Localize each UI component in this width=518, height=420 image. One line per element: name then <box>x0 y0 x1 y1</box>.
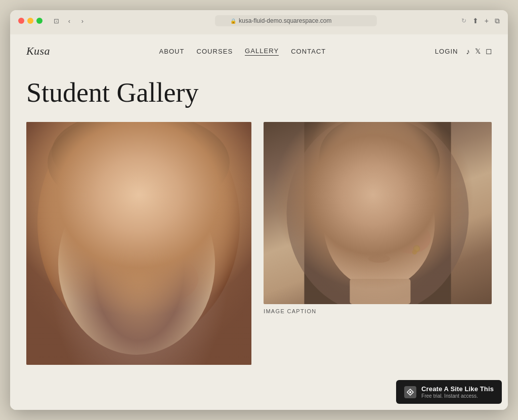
svg-point-7 <box>115 249 138 263</box>
social-icons: ♪ 𝕏 ◻ <box>466 47 492 56</box>
gallery-item-1[interactable] <box>26 122 251 365</box>
navigation: Kusa ABOUT COURSES GALLERY CONTACT LOGIN… <box>10 34 508 68</box>
nav-about[interactable]: ABOUT <box>159 48 185 55</box>
nav-gallery[interactable]: GALLERY <box>245 47 279 56</box>
squarespace-badge-text: Create A Site Like This Free trial. Inst… <box>421 385 494 399</box>
lock-icon: 🔒 <box>230 18 236 24</box>
svg-point-24 <box>362 218 365 221</box>
svg-point-3 <box>52 122 203 193</box>
traffic-lights <box>18 18 42 24</box>
portrait-man-image[interactable] <box>264 122 492 304</box>
maximize-button[interactable] <box>36 18 42 24</box>
portrait-woman-svg <box>26 122 251 365</box>
badge-sub-text: Free trial. Instant access. <box>421 393 494 399</box>
svg-point-25 <box>384 214 405 225</box>
nav-links: ABOUT COURSES GALLERY CONTACT <box>159 47 326 56</box>
svg-point-29 <box>368 255 391 263</box>
svg-point-2 <box>48 122 230 213</box>
badge-main-text: Create A Site Like This <box>421 385 494 393</box>
url-text: kusa-fluid-demo.squarespace.com <box>239 17 331 24</box>
svg-point-17 <box>319 122 440 208</box>
svg-point-22 <box>354 215 374 226</box>
svg-point-18 <box>320 122 421 193</box>
svg-point-11 <box>127 279 143 299</box>
portrait-man-svg <box>264 122 492 304</box>
minimize-button[interactable] <box>27 18 33 24</box>
gallery-grid: IMAGE CAPTION <box>26 122 492 365</box>
forward-button[interactable]: › <box>78 16 87 25</box>
svg-point-9 <box>123 253 127 257</box>
login-link[interactable]: LOGIN <box>435 48 458 55</box>
browser-right-controls: ↻ ⬆ + ⧉ <box>461 17 500 25</box>
svg-point-21 <box>331 226 367 251</box>
svg-point-8 <box>119 250 134 262</box>
svg-rect-13 <box>26 122 251 365</box>
refresh-icon[interactable]: ↻ <box>461 17 466 24</box>
gallery-item-2-column: IMAGE CAPTION <box>264 122 492 314</box>
svg-point-26 <box>388 215 401 224</box>
new-tab-icon[interactable]: + <box>485 17 489 25</box>
svg-point-23 <box>358 216 370 225</box>
svg-point-5 <box>138 256 198 302</box>
svg-point-27 <box>392 217 395 220</box>
svg-point-15 <box>287 122 469 304</box>
address-bar[interactable]: 🔒 kusa-fluid-demo.squarespace.com <box>215 15 377 26</box>
close-button[interactable] <box>18 18 24 24</box>
nav-courses[interactable]: COURSES <box>197 48 233 55</box>
back-button[interactable]: ‹ <box>65 16 74 25</box>
browser-window: ⊡ ‹ › 🔒 kusa-fluid-demo.squarespace.com … <box>10 10 508 410</box>
tabs-icon[interactable]: ⧉ <box>495 17 500 25</box>
squarespace-badge[interactable]: Create A Site Like This Free trial. Inst… <box>396 380 502 404</box>
squarespace-logo-icon <box>404 386 416 398</box>
svg-point-32 <box>412 249 417 255</box>
svg-point-30 <box>413 245 420 252</box>
tiktok-icon[interactable]: ♪ <box>466 47 470 56</box>
svg-point-20 <box>391 223 431 254</box>
svg-rect-0 <box>26 122 251 365</box>
svg-point-16 <box>324 157 435 289</box>
svg-point-31 <box>414 246 419 251</box>
website-content: Kusa ABOUT COURSES GALLERY CONTACT LOGIN… <box>10 34 508 410</box>
browser-controls: ⊡ ‹ › <box>52 16 87 25</box>
browser-chrome: ⊡ ‹ › 🔒 kusa-fluid-demo.squarespace.com … <box>10 10 508 34</box>
svg-rect-33 <box>305 122 451 304</box>
instagram-icon[interactable]: ◻ <box>486 47 492 56</box>
svg-rect-19 <box>350 279 411 304</box>
svg-point-10 <box>114 247 139 253</box>
svg-point-4 <box>58 173 215 355</box>
nav-right: LOGIN ♪ 𝕏 ◻ <box>435 47 492 56</box>
nav-contact[interactable]: CONTACT <box>291 48 326 55</box>
site-logo[interactable]: Kusa <box>26 45 50 58</box>
share-icon[interactable]: ⬆ <box>472 17 479 25</box>
page-title: Student Gallery <box>26 78 492 108</box>
image-caption: IMAGE CAPTION <box>264 308 492 314</box>
sidebar-toggle-button[interactable]: ⊡ <box>52 16 61 25</box>
twitter-icon[interactable]: 𝕏 <box>475 47 481 55</box>
portrait-woman-image <box>26 122 251 365</box>
svg-point-1 <box>37 122 240 345</box>
svg-point-28 <box>373 229 385 247</box>
main-content: Student Gallery <box>10 68 508 410</box>
svg-point-34 <box>409 391 411 393</box>
svg-rect-14 <box>305 122 451 304</box>
svg-point-6 <box>110 247 145 260</box>
svg-point-12 <box>120 308 150 320</box>
